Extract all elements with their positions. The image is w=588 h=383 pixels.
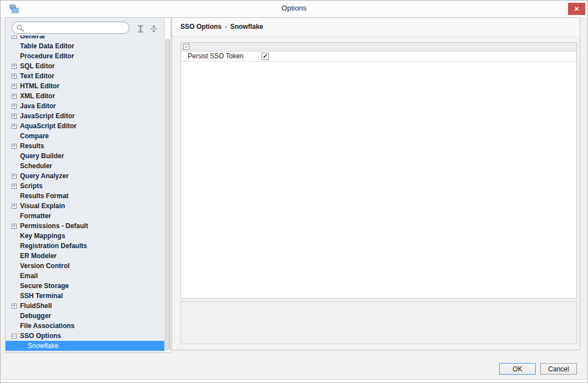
tree-item-visual-explain[interactable]: +Visual Explain — [6, 201, 164, 211]
tree-item-text-editor[interactable]: +Text Editor — [6, 71, 164, 81]
close-icon: ✕ — [574, 6, 579, 13]
title-bar: Options ✕ — [1, 1, 587, 17]
search-icon — [16, 24, 25, 33]
tree-item-xml-editor[interactable]: +XML Editor — [6, 91, 164, 101]
property-row-persist-sso-token: Persist SSO Token ✓ — [181, 52, 576, 62]
tree-item-label: ER Modeler — [20, 252, 57, 260]
tree-item-label: SSH Terminal — [20, 292, 63, 300]
expand-icon[interactable]: + — [12, 184, 17, 189]
tree-item-sql-editor[interactable]: +SQL Editor — [6, 61, 164, 71]
collapse-icon[interactable]: − — [12, 334, 17, 339]
ok-button[interactable]: OK — [499, 363, 536, 375]
tree-item-formatter[interactable]: Formatter — [6, 211, 164, 221]
expand-icon[interactable]: + — [12, 104, 17, 109]
tree-item-label: XML Editor — [20, 92, 55, 100]
cancel-button[interactable]: Cancel — [540, 363, 577, 375]
expand-icon[interactable]: + — [12, 36, 17, 39]
tree-item-debugger[interactable]: Debugger — [6, 311, 164, 321]
breadcrumb: SSO Options›Snowflake — [172, 18, 580, 37]
tree-item-table-data-editor[interactable]: Table Data Editor — [6, 41, 164, 51]
tree-item-snowflake[interactable]: Snowflake — [6, 341, 164, 351]
close-button[interactable]: ✕ — [568, 3, 585, 15]
tree-item-results-format[interactable]: Results Format — [6, 191, 164, 201]
tree-item-javascript-editor[interactable]: +JavaScript Editor — [6, 111, 164, 121]
expand-icon[interactable]: + — [12, 224, 17, 229]
tree-item-label: File Associations — [20, 322, 74, 330]
tree-item-er-modeler[interactable]: ER Modeler — [6, 251, 164, 261]
tree-item-scheduler[interactable]: Scheduler — [6, 161, 164, 171]
tree-item-secure-storage[interactable]: Secure Storage — [6, 281, 164, 291]
tree-item-label: AquaScript Editor — [20, 122, 77, 130]
sidebar-scrollbar[interactable] — [164, 18, 170, 352]
search-box[interactable] — [12, 22, 129, 34]
expand-icon[interactable]: + — [12, 304, 17, 309]
tree-item-version-control[interactable]: Version Control — [6, 261, 164, 271]
breadcrumb-separator-icon: › — [225, 23, 227, 30]
tree-item-query-analyzer[interactable]: +Query Analyzer — [6, 171, 164, 181]
expand-icon[interactable]: + — [12, 174, 17, 179]
tree-item-label: Registration Defaults — [20, 242, 87, 250]
options-dialog: Options ✕ — [0, 0, 588, 383]
window-bottom-frame — [1, 379, 587, 383]
tree-item-label: Query Builder — [20, 152, 64, 160]
expand-icon[interactable]: + — [12, 94, 17, 99]
tree-item-label: Results — [20, 142, 44, 150]
expand-all-icon[interactable] — [136, 24, 145, 33]
tree-item-compare[interactable]: Compare — [6, 131, 164, 141]
tree-item-label: Formatter — [20, 212, 51, 220]
expand-icon[interactable]: + — [12, 64, 17, 69]
collapse-all-icon[interactable] — [149, 24, 158, 33]
tree-item-key-mappings[interactable]: Key Mappings — [6, 231, 164, 241]
collapse-group-icon[interactable]: − — [183, 44, 189, 50]
tree-item-label: Version Control — [20, 262, 69, 270]
expand-icon[interactable]: + — [12, 124, 17, 129]
tree-item-label: SSO Options — [20, 332, 61, 340]
tree-item-label: Java Editor — [20, 102, 56, 110]
expand-icon[interactable]: + — [12, 204, 17, 209]
tree-item-permissions-default[interactable]: +Permissions - Default — [6, 221, 164, 231]
tree-item-label: JavaScript Editor — [20, 112, 75, 120]
tree-item-aquascript-editor[interactable]: +AquaScript Editor — [6, 121, 164, 131]
tree-item-html-editor[interactable]: +HTML Editor — [6, 81, 164, 91]
tree-item-label: FluidShell — [20, 302, 52, 310]
tree-item-sso-options[interactable]: −SSO Options — [6, 331, 164, 341]
expand-icon[interactable]: + — [12, 114, 17, 119]
tree-item-scripts[interactable]: +Scripts — [6, 181, 164, 191]
tree-item-registration-defaults[interactable]: Registration Defaults — [6, 241, 164, 251]
tree-item-file-associations[interactable]: File Associations — [6, 321, 164, 331]
tree-item-label: Email — [20, 272, 38, 280]
tree-item-query-builder[interactable]: Query Builder — [6, 151, 164, 161]
tree-item-ssh-terminal[interactable]: SSH Terminal — [6, 291, 164, 301]
tree-item-label: SQL Editor — [20, 62, 54, 70]
scrollbar-thumb[interactable] — [165, 39, 170, 350]
search-row — [6, 18, 170, 36]
expand-icon[interactable]: + — [12, 144, 17, 149]
settings-panel: SSO Options›Snowflake − Persist SSO Toke… — [172, 17, 580, 350]
tree-item-label: Scheduler — [20, 162, 52, 170]
property-group-header: − — [181, 43, 576, 52]
tree-item-label: Snowflake — [28, 342, 58, 350]
app-icon — [8, 3, 19, 14]
tree-item-label: Table Data Editor — [20, 42, 74, 50]
tree-item-label: General — [20, 36, 45, 40]
description-panel — [180, 301, 577, 344]
breadcrumb-current: Snowflake — [230, 23, 263, 31]
tree-item-label: Permissions - Default — [20, 222, 88, 230]
tree-item-label: Text Editor — [20, 72, 54, 80]
search-input[interactable] — [27, 23, 127, 33]
tree-item-java-editor[interactable]: +Java Editor — [6, 101, 164, 111]
expand-icon[interactable]: + — [12, 74, 17, 79]
property-label: Persist SSO Token — [181, 52, 259, 61]
tree-item-label: Visual Explain — [20, 202, 65, 210]
tree-item-fluidshell[interactable]: +FluidShell — [6, 301, 164, 311]
tree-item-label: Query Analyzer — [20, 172, 69, 180]
expand-icon[interactable]: + — [12, 84, 17, 89]
property-value-cell: ✓ — [259, 52, 576, 61]
tree-item-general[interactable]: +General — [6, 36, 164, 41]
tree-item-label: Procedure Editor — [20, 52, 74, 60]
options-sidebar: +GeneralTable Data EditorProcedure Edito… — [5, 17, 171, 353]
tree-item-results[interactable]: +Results — [6, 141, 164, 151]
tree-item-email[interactable]: Email — [6, 271, 164, 281]
persist-sso-token-checkbox[interactable]: ✓ — [262, 53, 269, 60]
tree-item-procedure-editor[interactable]: Procedure Editor — [6, 51, 164, 61]
